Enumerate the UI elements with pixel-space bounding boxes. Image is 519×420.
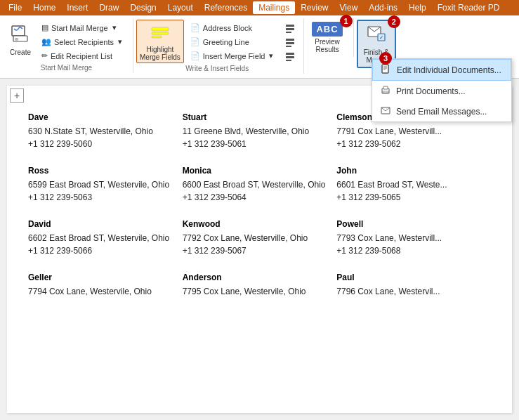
- extra-btn-3[interactable]: [282, 51, 298, 63]
- menu-view[interactable]: View: [334, 1, 364, 14]
- svg-rect-13: [286, 56, 294, 58]
- menu-file[interactable]: File: [3, 1, 27, 14]
- select-recipients-arrow: ▾: [118, 37, 122, 46]
- start-mail-merge-label: Start Mail Merge: [51, 24, 108, 32]
- greeting-line-icon: 📄: [190, 37, 200, 46]
- contact-address: 7796 Cox Lane, Westervil...: [336, 287, 484, 296]
- send-email-label: Send Email Messages...: [396, 107, 487, 117]
- ribbon-group-start-mail-merge: ✉ Create ▤ Start Mail Merge ▾ 👥 Select R…: [3, 18, 133, 73]
- menu-addins[interactable]: Add-ins: [363, 1, 403, 14]
- contact-name: Anderson: [183, 273, 330, 282]
- badge-3: 3: [379, 52, 392, 65]
- contact-name: Paul: [336, 273, 484, 282]
- edit-individual-icon: [381, 64, 391, 76]
- edit-recipient-list-icon: ✏: [41, 51, 48, 60]
- menu-home[interactable]: Home: [27, 1, 61, 14]
- contact-address: 6599 East Broad ST, Westervile, Ohio: [28, 180, 176, 190]
- svg-rect-0: [12, 26, 25, 36]
- contact-address: 630 N.State ST, Westerville, Ohio: [28, 126, 176, 136]
- svg-rect-3: [152, 27, 169, 31]
- add-button[interactable]: +: [10, 88, 24, 103]
- badge-2: 2: [388, 15, 400, 28]
- highlight-merge-fields-button[interactable]: Highlight Merge Fields: [136, 20, 184, 63]
- contact-address: 11 Greene Blvd, Westerville, Ohio: [183, 126, 330, 136]
- contact-address: 7793 Cox Lane, Westervill...: [336, 233, 484, 243]
- edit-individual-label: Edit Individual Documents...: [397, 65, 501, 75]
- menu-foxit[interactable]: Foxit Reader PD: [432, 1, 506, 14]
- select-recipients-button[interactable]: 👥 Select Recipients ▾: [37, 35, 127, 48]
- menu-references[interactable]: References: [199, 1, 253, 14]
- menu-review[interactable]: Review: [295, 1, 334, 14]
- svg-rect-10: [286, 42, 294, 44]
- menu-insert[interactable]: Insert: [61, 1, 93, 14]
- svg-rect-4: [152, 32, 169, 34]
- preview-results-button[interactable]: 1 ABC Preview Results: [307, 20, 347, 55]
- create-icon: ✉: [9, 22, 32, 47]
- menu-draw[interactable]: Draw: [93, 1, 124, 14]
- document-area: + Dave630 N.State ST, Westerville, Ohio+…: [0, 79, 519, 420]
- start-mail-merge-group-label: Start Mail Merge: [41, 64, 92, 72]
- menu-mailings[interactable]: Mailings: [253, 1, 295, 14]
- contact-phone: +1 312 239-5060: [28, 139, 176, 149]
- create-label: Create: [10, 48, 31, 56]
- svg-rect-25: [383, 91, 388, 93]
- start-mail-merge-button[interactable]: ▤ Start Mail Merge ▾: [37, 21, 127, 34]
- menu-bar: File Home Insert Draw Design Layout Refe…: [0, 0, 519, 15]
- start-mail-merge-icon: ▤: [41, 23, 48, 32]
- menu-layout[interactable]: Layout: [162, 1, 199, 14]
- svg-rect-9: [286, 39, 294, 41]
- contact-phone: +1 312 239-5066: [28, 246, 176, 256]
- contact-phone: +1 312 239-5062: [336, 139, 484, 149]
- contact-address: 7791 Cox Lane, Westervill...: [336, 126, 484, 136]
- print-documents-label: Print Documents...: [396, 86, 466, 96]
- menu-help[interactable]: Help: [403, 1, 432, 14]
- highlight-merge-fields-icon: [150, 22, 170, 44]
- svg-text:✉: ✉: [15, 37, 18, 41]
- contact-phone: +1 312 239-5067: [183, 246, 330, 256]
- contact-cell: Monica6600 East Broad ST, Westerville, O…: [183, 160, 337, 214]
- contact-cell: Ross6599 East Broad ST, Westervile, Ohio…: [28, 160, 183, 214]
- insert-merge-field-label: Insert Merge Field: [203, 52, 265, 60]
- contact-phone: +1 312 239-5063: [28, 192, 176, 202]
- greeting-line-button[interactable]: 📄 Greeting Line: [185, 35, 279, 48]
- svg-rect-8: [286, 32, 291, 33]
- address-block-button[interactable]: 📄 Address Block: [185, 21, 279, 34]
- contact-grid: Dave630 N.State ST, Westerville, Ohio+1 …: [28, 107, 491, 310]
- contact-cell: Dave630 N.State ST, Westerville, Ohio+1 …: [28, 107, 183, 160]
- svg-rect-7: [286, 28, 294, 30]
- svg-rect-14: [286, 60, 291, 61]
- contact-address: 7795 Cox Lane, Westervile, Ohio: [183, 287, 330, 296]
- edit-recipient-list-button[interactable]: ✏ Edit Recipient List: [37, 49, 127, 63]
- contact-name: Monica: [183, 166, 330, 176]
- svg-rect-6: [286, 25, 294, 27]
- contact-address: 7794 Cox Lane, Westervile, Ohio: [28, 287, 176, 296]
- menu-design[interactable]: Design: [124, 1, 162, 14]
- contact-address: 6601 East Broad ST, Weste...: [336, 180, 484, 190]
- contact-cell: Anderson7795 Cox Lane, Westervile, Ohio: [183, 267, 337, 310]
- contact-cell: Paul7796 Cox Lane, Westervil...: [336, 267, 491, 310]
- send-email-messages-item[interactable]: Send Email Messages...: [372, 101, 511, 122]
- highlight-merge-fields-label: Highlight Merge Fields: [140, 46, 180, 61]
- contact-cell: John6601 East Broad ST, Weste...+1 312 2…: [336, 160, 491, 214]
- ribbon-group-preview: 1 ABC Preview Results: [304, 18, 353, 57]
- edit-individual-documents-item[interactable]: Edit Individual Documents...: [372, 59, 511, 81]
- contact-cell: Stuart11 Greene Blvd, Westerville, Ohio+…: [183, 107, 337, 160]
- print-documents-item[interactable]: Print Documents...: [372, 81, 511, 101]
- select-recipients-icon: 👥: [41, 37, 51, 46]
- greeting-line-label: Greeting Line: [203, 38, 249, 46]
- insert-merge-field-arrow: ▾: [269, 51, 273, 60]
- svg-rect-18: [382, 65, 388, 73]
- insert-merge-field-button[interactable]: 📄 Insert Merge Field ▾: [185, 49, 279, 63]
- create-button[interactable]: ✉ Create: [6, 20, 35, 58]
- address-block-label: Address Block: [203, 24, 252, 32]
- badge-1: 1: [340, 15, 353, 27]
- ribbon-group-write-insert: Highlight Merge Fields 📄 Address Block 📄…: [133, 18, 304, 74]
- svg-rect-5: [152, 36, 162, 38]
- contact-name: Kenwood: [183, 219, 330, 229]
- select-recipients-label: Select Recipients: [54, 38, 114, 46]
- contact-name: Dave: [28, 112, 176, 122]
- extra-btn-1[interactable]: [282, 22, 298, 35]
- svg-rect-24: [383, 86, 388, 89]
- extra-btn-2[interactable]: [282, 37, 298, 49]
- contact-address: 7792 Cox Lane, Westerville, Ohio: [183, 233, 330, 243]
